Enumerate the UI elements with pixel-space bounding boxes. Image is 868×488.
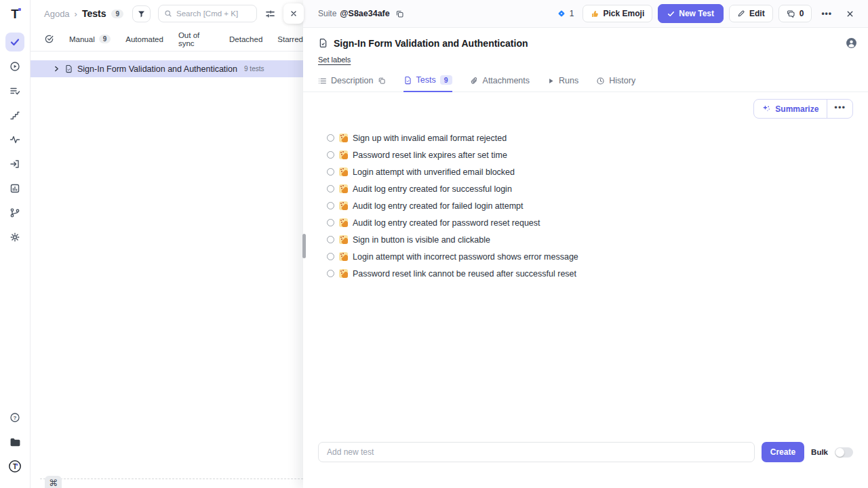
chevron-right-icon[interactable] (53, 65, 60, 73)
breadcrumb-page: Tests (82, 8, 106, 19)
check-icon (667, 10, 675, 18)
tab-manual[interactable]: Manual 9 (69, 35, 111, 43)
search-input[interactable] (176, 9, 251, 18)
activity-icon (9, 134, 20, 145)
test-title[interactable]: Login attempt with incorrect password sh… (353, 252, 578, 262)
tab-history[interactable]: History (596, 76, 635, 92)
tab-description[interactable]: Description (318, 76, 386, 92)
test-title[interactable]: Password reset link expires after set ti… (353, 150, 507, 160)
test-row[interactable]: Audit log entry created for password res… (327, 214, 868, 231)
sidebar-item-pulse[interactable] (5, 130, 24, 149)
sidebar-item-projects[interactable] (5, 432, 24, 451)
tab-out-of-sync-label: Out of sync (178, 31, 214, 47)
filter-tabs: Manual 9 Automated Out of sync Detached … (31, 27, 303, 52)
bulk-toggle[interactable] (835, 447, 853, 458)
party-popper-emoji (339, 167, 348, 176)
suite-tree-title: Sign-In Form Validation and Authenticati… (77, 64, 237, 74)
test-radio[interactable] (327, 168, 334, 176)
tab-runs[interactable]: Runs (547, 76, 578, 92)
test-radio[interactable] (327, 270, 334, 277)
test-radio[interactable] (327, 236, 334, 243)
party-popper-emoji (339, 201, 348, 210)
test-row[interactable]: Sign in button is visible and clickable (327, 231, 868, 248)
sidebar-item-runs[interactable] (5, 57, 24, 76)
gear-icon (9, 232, 20, 243)
suite-type-label: Suite (318, 9, 336, 18)
sidebar-item-help[interactable]: ? (5, 408, 24, 427)
select-mode-button[interactable] (44, 34, 54, 44)
test-radio[interactable] (327, 219, 334, 226)
list-icon (318, 77, 327, 85)
summarize-button[interactable]: Summarize (754, 100, 827, 118)
view-settings-button[interactable] (265, 9, 275, 19)
sidebar-item-reports[interactable] (5, 179, 24, 198)
party-popper-emoji (339, 218, 348, 227)
copy-description-button[interactable] (378, 77, 386, 85)
more-actions-button[interactable]: ••• (817, 5, 836, 22)
copy-suite-id-button[interactable] (395, 9, 404, 18)
test-radio[interactable] (327, 151, 334, 159)
comments-button[interactable]: 0 (778, 5, 812, 22)
edit-label: Edit (749, 9, 765, 18)
party-popper-emoji (339, 150, 348, 159)
test-radio[interactable] (327, 134, 334, 142)
test-title[interactable]: Sign up with invalid email format reject… (353, 134, 507, 143)
tab-detached[interactable]: Detached (229, 35, 262, 43)
test-radio[interactable] (327, 185, 334, 192)
breadcrumb-project[interactable]: Agoda (44, 9, 70, 19)
test-row[interactable]: Password reset link cannot be reused aft… (327, 265, 868, 282)
search-icon (164, 9, 172, 18)
set-labels-link[interactable]: Set labels (318, 56, 351, 64)
test-row[interactable]: Password reset link expires after set ti… (327, 146, 868, 163)
search-box[interactable] (158, 5, 257, 22)
test-title[interactable]: Login attempt with unverified email bloc… (353, 167, 515, 177)
tab-out-of-sync[interactable]: Out of sync (178, 31, 214, 47)
add-test-input[interactable] (318, 442, 755, 462)
test-row[interactable]: Sign up with invalid email format reject… (327, 129, 868, 146)
test-title[interactable]: Audit log entry created for successful l… (353, 184, 512, 194)
test-title[interactable]: Password reset link cannot be reused aft… (353, 269, 576, 279)
close-icon (846, 9, 854, 18)
tab-starred[interactable]: Starred (277, 35, 303, 43)
test-radio[interactable] (327, 202, 334, 209)
sidebar-item-profile[interactable]: T (5, 457, 24, 476)
help-icon: ? (9, 412, 20, 423)
sidebar-item-import[interactable] (5, 155, 24, 174)
sidebar-item-settings[interactable] (5, 228, 24, 247)
test-row[interactable]: Login attempt with incorrect password sh… (327, 248, 868, 265)
app-logo[interactable]: T (11, 7, 19, 22)
tab-description-label: Description (331, 76, 374, 85)
test-title[interactable]: Audit log entry created for failed login… (353, 201, 524, 211)
sidebar-item-test-plans[interactable] (5, 81, 24, 100)
test-title[interactable]: Audit log entry created for password res… (353, 218, 540, 228)
suite-detail-panel: Suite @S8ae34afe 1 Pick Emoji New Test E… (303, 0, 868, 488)
new-test-button[interactable]: New Test (658, 4, 724, 23)
create-button[interactable]: Create (762, 442, 804, 462)
sidebar-item-tests[interactable] (5, 33, 24, 52)
comments-count: 0 (800, 9, 804, 18)
tab-manual-count: 9 (99, 35, 111, 43)
pick-emoji-button[interactable]: Pick Emoji (583, 5, 653, 22)
test-title[interactable]: Sign in button is visible and clickable (353, 235, 490, 245)
jira-link[interactable]: 1 (557, 9, 574, 18)
tab-attachments[interactable]: Attachments (470, 76, 530, 92)
assignee-button[interactable] (846, 37, 857, 49)
edit-button[interactable]: Edit (729, 5, 773, 22)
test-row[interactable]: Audit log entry created for successful l… (327, 180, 868, 197)
suite-tree-row[interactable]: Sign-In Form Validation and Authenticati… (31, 60, 303, 77)
tab-history-label: History (609, 76, 635, 85)
tab-tests-label: Tests (416, 75, 436, 85)
panel-resize-handle[interactable] (302, 234, 306, 258)
test-row[interactable]: Audit log entry created for failed login… (327, 197, 868, 214)
summarize-more-button[interactable]: ••• (827, 100, 852, 118)
logo-circle-icon: T (8, 460, 22, 473)
close-panel-button[interactable] (283, 3, 304, 24)
test-row[interactable]: Login attempt with unverified email bloc… (327, 163, 868, 180)
sidebar-item-steps[interactable] (5, 106, 24, 125)
tab-automated[interactable]: Automated (125, 35, 163, 43)
close-detail-button[interactable] (842, 6, 859, 22)
test-radio[interactable] (327, 253, 334, 260)
filter-button[interactable] (132, 5, 151, 22)
tab-tests[interactable]: Tests 9 (403, 75, 452, 92)
sidebar-item-branches[interactable] (5, 203, 24, 222)
